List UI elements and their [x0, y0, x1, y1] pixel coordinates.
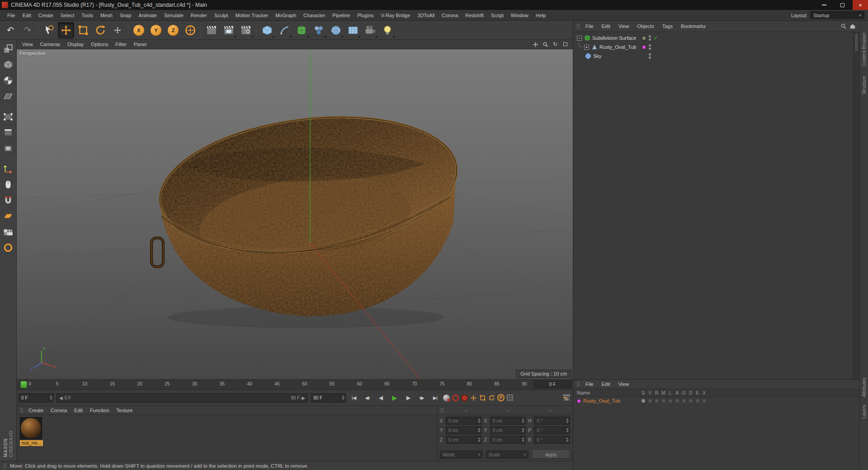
size-y-field[interactable]: 0 cm: [490, 426, 526, 434]
menu-animate[interactable]: Animate: [135, 13, 160, 18]
viewport-menu-display[interactable]: Display: [64, 42, 87, 47]
lm-menu-edit[interactable]: Edit: [598, 381, 614, 387]
scrollbar-thumb[interactable]: [854, 33, 859, 52]
toggle-view-icon[interactable]: [561, 41, 569, 48]
menu-script[interactable]: Script: [487, 13, 507, 18]
object-row-sky[interactable]: Sky: [573, 52, 853, 61]
lm-menu-view[interactable]: View: [614, 381, 633, 387]
object-manager-scrollbar[interactable]: [853, 32, 859, 379]
coordinate-system-button[interactable]: [182, 22, 198, 38]
model-mode-button[interactable]: [1, 58, 15, 71]
edges-mode-button[interactable]: [1, 126, 15, 139]
size-z-field[interactable]: 0 cm: [490, 436, 526, 444]
layout-dropdown[interactable]: Startup ▾: [810, 11, 864, 19]
view-label[interactable]: Perspective: [19, 51, 45, 56]
tab-structure[interactable]: Structure: [862, 76, 867, 94]
menu-plugins[interactable]: Plugins: [354, 13, 377, 18]
coordinate-space-dropdown[interactable]: World▾: [440, 451, 483, 459]
lm-menu-file[interactable]: File: [581, 381, 598, 387]
layer-toggle-manager[interactable]: [660, 399, 667, 403]
menu-pipeline[interactable]: Pipeline: [329, 13, 354, 18]
menu-help[interactable]: Help: [532, 13, 550, 18]
material-item[interactable]: mat_me...: [20, 417, 43, 446]
menu-render[interactable]: Render: [187, 13, 211, 18]
coordinate-mode-dropdown[interactable]: Scale▾: [486, 451, 529, 459]
menu-mesh[interactable]: Mesh: [97, 13, 116, 18]
menu-file[interactable]: File: [4, 13, 19, 18]
layer-color-chip[interactable]: [577, 399, 581, 403]
goto-end-button[interactable]: ▶|: [429, 393, 441, 403]
end-frame-spinner[interactable]: [340, 394, 345, 402]
layer-toggle-xref[interactable]: [701, 399, 708, 403]
make-editable-button[interactable]: [1, 42, 15, 56]
pan-view-icon[interactable]: [531, 41, 539, 48]
size-z-spinner[interactable]: [520, 436, 525, 443]
layer-chip[interactable]: [642, 36, 646, 40]
object-row-subdivision-surface[interactable]: Subdivision Surface ✓: [573, 33, 853, 42]
goto-start-button[interactable]: |◀: [348, 393, 359, 403]
play-button[interactable]: ▶: [389, 393, 400, 403]
close-button[interactable]: ×: [853, 0, 868, 10]
layer-name[interactable]: Rusty_Oval_Tub: [583, 398, 620, 404]
rot-b-spinner[interactable]: [565, 436, 570, 443]
viewport-menu-filter[interactable]: Filter: [112, 42, 130, 47]
om-menu-edit[interactable]: Edit: [598, 24, 614, 29]
collapse-icon[interactable]: [577, 36, 582, 41]
orbit-view-icon[interactable]: ↻: [551, 41, 559, 48]
record-rotation-button[interactable]: [488, 395, 495, 401]
slider-right-arrow-icon[interactable]: ▶: [302, 395, 305, 400]
material-menu-function[interactable]: Function: [86, 408, 113, 413]
size-y-spinner[interactable]: [520, 427, 525, 434]
slider-left-arrow-icon[interactable]: ◀: [59, 395, 63, 400]
column-header-g[interactable]: G: [680, 390, 687, 395]
zoom-view-icon[interactable]: [541, 41, 549, 48]
material-menu-corona[interactable]: Corona: [47, 408, 71, 413]
object-name[interactable]: Sky: [593, 53, 601, 59]
rot-h-spinner[interactable]: [565, 417, 570, 424]
menu-mograph[interactable]: MoGraph: [272, 13, 300, 18]
panel-drag-handle[interactable]: [576, 24, 580, 29]
menu-motion-tracker[interactable]: Motion Tracker: [231, 13, 272, 18]
viewport-menu-view[interactable]: View: [19, 42, 37, 47]
position-header[interactable]: --: [445, 408, 487, 413]
workplane-snap-button[interactable]: [1, 209, 15, 223]
record-parameter-button[interactable]: P: [497, 394, 505, 401]
column-header-e[interactable]: E: [694, 390, 701, 395]
size-header[interactable]: --: [487, 408, 529, 413]
locked-workplane-button[interactable]: [1, 225, 15, 239]
workplane-mode-button[interactable]: [1, 89, 15, 103]
generator-enabled-icon[interactable]: ✓: [653, 35, 658, 41]
current-frame-box[interactable]: 0 F: [533, 381, 571, 388]
layer-toggle-generators[interactable]: [680, 399, 687, 403]
menu-character[interactable]: Character: [300, 13, 329, 18]
record-position-button[interactable]: [470, 395, 477, 401]
object-name[interactable]: Rusty_Oval_Tub: [599, 44, 637, 50]
menu-v-ray-bridge[interactable]: V-Ray Bridge: [377, 13, 414, 18]
pos-x-spinner[interactable]: [476, 417, 481, 424]
undo-button[interactable]: ↶: [2, 22, 19, 38]
move-tool-button[interactable]: [58, 22, 74, 38]
menu-window[interactable]: Window: [507, 13, 532, 18]
live-selection-button[interactable]: [41, 22, 57, 38]
column-header-a[interactable]: A: [674, 390, 680, 395]
render-picture-viewer-button[interactable]: [221, 22, 237, 38]
layer-toggle-render[interactable]: [653, 399, 660, 403]
add-camera-button[interactable]: [362, 22, 378, 38]
size-x-field[interactable]: 0 cm: [490, 417, 526, 425]
pos-y-field[interactable]: 0 cm: [446, 426, 482, 434]
rot-p-spinner[interactable]: [565, 427, 570, 434]
autokey-button[interactable]: [452, 395, 459, 401]
home-icon[interactable]: [849, 23, 856, 29]
pos-z-field[interactable]: 0 cm: [446, 436, 482, 444]
menu-3dtoall[interactable]: 3DToAll: [414, 13, 438, 18]
rotate-tool-button[interactable]: [92, 22, 108, 38]
layer-toggle-deformers[interactable]: [687, 399, 694, 403]
material-name-label[interactable]: mat_me...: [20, 440, 43, 446]
material-menu-texture[interactable]: Texture: [113, 408, 136, 413]
viewport-menu-options[interactable]: Options: [87, 42, 112, 47]
viewport-menu-panel[interactable]: Panel: [130, 42, 150, 47]
rotation-header[interactable]: --: [529, 408, 571, 413]
pos-z-spinner[interactable]: [476, 436, 481, 443]
menu-simulate[interactable]: Simulate: [160, 13, 187, 18]
layer-toggle-animation[interactable]: [674, 399, 680, 403]
